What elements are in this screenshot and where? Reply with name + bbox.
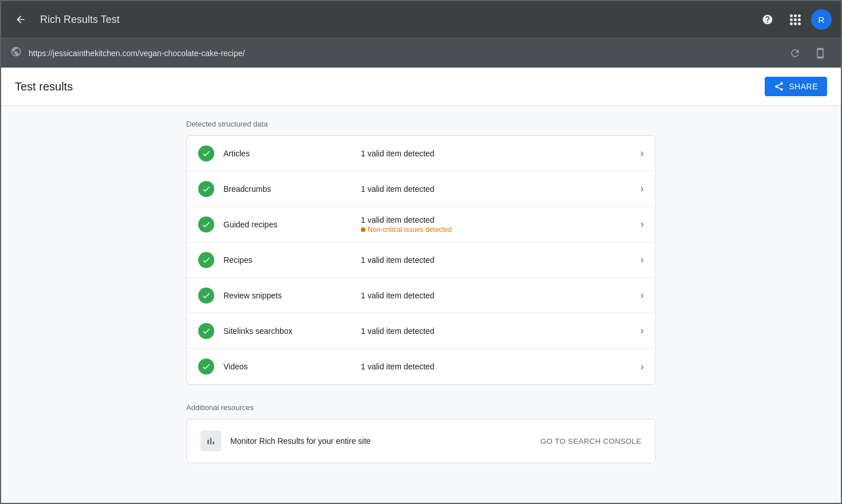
- warning-text-guided-recipes: Non-critical issues detected: [368, 226, 452, 234]
- item-status-text-recipes: 1 valid item detected: [361, 255, 640, 265]
- results-header: Test results SHARE: [1, 68, 841, 106]
- warning-dot-guided-recipes: [361, 227, 365, 232]
- item-name-articles: Articles: [223, 149, 338, 158]
- check-icon-articles: [198, 145, 214, 162]
- item-status-guided-recipes: 1 valid item detected Non-critical issue…: [361, 215, 640, 234]
- share-button[interactable]: SHARE: [765, 77, 827, 96]
- data-items-list: Articles 1 valid item detected › Breadcr…: [186, 135, 656, 385]
- data-item-sitelinks[interactable]: Sitelinks searchbox 1 valid item detecte…: [187, 313, 655, 349]
- item-status-articles: 1 valid item detected: [361, 149, 640, 158]
- content-wrapper: Detected structured data Articles 1 vali…: [163, 120, 679, 463]
- top-bar: Rich Results Test R: [1, 1, 841, 38]
- url-bar: https://jessicainthekitchen.com/vegan-ch…: [1, 38, 841, 68]
- item-status-breadcrumbs: 1 valid item detected: [361, 184, 640, 194]
- item-status-review-snippets: 1 valid item detected: [361, 291, 640, 300]
- resource-action-button[interactable]: GO TO SEARCH CONSOLE: [541, 437, 642, 446]
- check-icon-sitelinks: [198, 323, 214, 339]
- check-icon-breadcrumbs: [198, 181, 214, 197]
- check-icon-videos: [198, 359, 214, 375]
- data-item-breadcrumbs[interactable]: Breadcrumbs 1 valid item detected ›: [187, 171, 655, 207]
- item-name-sitelinks: Sitelinks searchbox: [223, 326, 338, 336]
- check-icon-guided-recipes: [198, 216, 214, 233]
- detected-section-label: Detected structured data: [186, 120, 656, 128]
- scroll-area[interactable]: Detected structured data Articles 1 vali…: [1, 106, 841, 504]
- refresh-button[interactable]: [784, 42, 806, 65]
- mobile-button[interactable]: [809, 42, 832, 65]
- additional-section: Additional resources Monitor Rich Result…: [186, 403, 656, 463]
- item-warning-guided-recipes: Non-critical issues detected: [361, 226, 640, 234]
- main-content: Test results SHARE Detected structured d…: [1, 68, 841, 504]
- top-bar-icons: R: [756, 8, 832, 31]
- grid-dots-icon: [790, 14, 801, 25]
- resource-card: Monitor Rich Results for your entire sit…: [186, 419, 656, 463]
- apps-button[interactable]: [784, 8, 806, 31]
- item-status-text-sitelinks: 1 valid item detected: [361, 326, 640, 336]
- data-item-review-snippets[interactable]: Review snippets 1 valid item detected ›: [187, 278, 655, 313]
- item-status-text-breadcrumbs: 1 valid item detected: [361, 184, 640, 194]
- help-button[interactable]: [756, 8, 779, 31]
- item-status-videos: 1 valid item detected: [361, 362, 640, 371]
- item-status-text-review-snippets: 1 valid item detected: [361, 291, 640, 300]
- item-status-text-videos: 1 valid item detected: [361, 362, 640, 371]
- app-title: Rich Results Test: [40, 14, 747, 26]
- item-name-breadcrumbs: Breadcrumbs: [223, 184, 338, 194]
- url-bar-actions: [784, 42, 832, 65]
- item-status-text-articles: 1 valid item detected: [361, 149, 640, 158]
- data-item-recipes[interactable]: Recipes 1 valid item detected ›: [187, 242, 655, 278]
- item-status-sitelinks: 1 valid item detected: [361, 326, 640, 336]
- chevron-right-guided-recipes: ›: [640, 218, 644, 230]
- back-button[interactable]: [10, 9, 31, 30]
- avatar[interactable]: R: [811, 9, 832, 30]
- chevron-right-review-snippets: ›: [640, 289, 644, 301]
- url-display: https://jessicainthekitchen.com/vegan-ch…: [29, 49, 777, 58]
- item-status-recipes: 1 valid item detected: [361, 255, 640, 265]
- globe-icon: [10, 46, 22, 60]
- chevron-right-breadcrumbs: ›: [640, 183, 644, 195]
- item-name-review-snippets: Review snippets: [223, 291, 338, 300]
- chevron-right-articles: ›: [640, 147, 644, 159]
- resource-text: Monitor Rich Results for your entire sit…: [230, 436, 532, 446]
- results-title: Test results: [15, 80, 73, 93]
- item-name-recipes: Recipes: [223, 255, 338, 265]
- item-name-guided-recipes: Guided recipes: [223, 220, 338, 229]
- check-icon-recipes: [198, 252, 214, 268]
- additional-section-label: Additional resources: [186, 403, 656, 412]
- chevron-right-recipes: ›: [640, 254, 644, 266]
- item-status-text-guided-recipes: 1 valid item detected: [361, 215, 640, 225]
- item-name-videos: Videos: [223, 362, 338, 371]
- data-item-videos[interactable]: Videos 1 valid item detected ›: [187, 349, 655, 384]
- share-label: SHARE: [789, 82, 818, 91]
- check-icon-review-snippets: [198, 288, 214, 304]
- data-item-guided-recipes[interactable]: Guided recipes 1 valid item detected Non…: [187, 207, 655, 242]
- chevron-right-videos: ›: [640, 361, 644, 373]
- resource-icon: [200, 431, 221, 451]
- data-item-articles[interactable]: Articles 1 valid item detected ›: [187, 136, 655, 171]
- chevron-right-sitelinks: ›: [640, 325, 644, 337]
